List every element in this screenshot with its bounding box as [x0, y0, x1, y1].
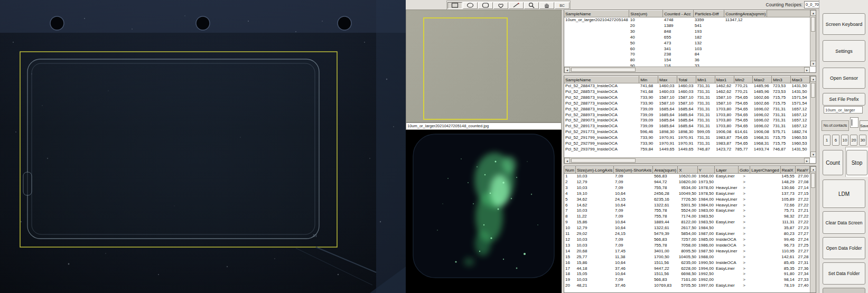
column-header[interactable]: Goto: [738, 167, 750, 174]
vertical-scrollbar[interactable]: ▲ ▼: [810, 10, 816, 67]
column-header[interactable]: LayerChanged: [750, 167, 780, 174]
table-row[interactable]: 710,037,09755,785524,001983,00EasyLiner>…: [564, 208, 810, 214]
table-row[interactable]: Pcl_52_293799_InsideOCA759,841449,651449…: [564, 147, 810, 153]
table-row[interactable]: Pcl_52_289073_InsideOCA739,091685,641685…: [564, 118, 810, 124]
table-row[interactable]: Pcl_52_288973_InsideOCA739,091685,641685…: [564, 112, 810, 118]
column-header[interactable]: Counted - Acc: [663, 11, 694, 17]
column-header[interactable]: Max1: [715, 77, 734, 83]
table-row[interactable]: 310,037,09755,789534,001978,00HeavyLiner…: [564, 185, 810, 191]
horizontal-scrollbar[interactable]: ◄ ►: [564, 157, 810, 163]
contacts-20-button[interactable]: 20: [850, 135, 857, 146]
set-data-folder-button[interactable]: Set Data Folder: [823, 262, 865, 285]
table-row[interactable]: Pcl_52_291799_InsideOCA733,901970,911970…: [564, 135, 810, 141]
rectangle-select-tool[interactable]: [447, 2, 462, 9]
table-row[interactable]: Pcl_52_291773_InsideOCA596,461898,301898…: [564, 129, 810, 135]
scrollbar-thumb[interactable]: [811, 17, 815, 32]
settings-button[interactable]: Settings: [823, 40, 865, 62]
table-row[interactable]: 1525,7711,381700,5010405,501988,00>142,6…: [564, 254, 810, 260]
open-sensor-button[interactable]: Open Sensor: [823, 68, 865, 89]
table-row[interactable]: 1310,037,09755,787058,001986,00InsideOCA…: [564, 243, 810, 249]
table-row[interactable]: 1210,037,09566,837257,001985,00InsideOCA…: [564, 237, 810, 243]
open-data-folder-button[interactable]: Open Data Folder: [823, 237, 865, 259]
column-header[interactable]: Area(squm): [653, 167, 678, 174]
table-row[interactable]: 1012,7910,641322,612617,501984,50>35,872…: [564, 225, 810, 231]
pan-hand-tool[interactable]: [539, 2, 554, 9]
live-camera-view[interactable]: [406, 10, 562, 122]
scroll-down-icon[interactable]: ▼: [810, 152, 816, 157]
column-header[interactable]: Max3: [791, 77, 810, 83]
table-row[interactable]: Pcl_52_289173_InsideOCA739,091685,641685…: [564, 124, 810, 129]
table-row[interactable]: Pcl_52_288573_InsideOCA741,681460,031460…: [564, 89, 810, 95]
screen-keyboard-button[interactable]: Screen Keyboard: [823, 13, 865, 35]
vertical-scrollbar[interactable]: ▲: [810, 166, 816, 292]
column-header[interactable]: Size(um)-ShortAxis: [614, 167, 653, 174]
table-row[interactable]: 534,6224,156235,167726,501984,00HeavyLin…: [564, 197, 810, 203]
table-row[interactable]: 614,6210,641322,615301,501984,00HeavyLin…: [564, 203, 810, 209]
table-row[interactable]: 10um_or_larger20210427205148104748335911…: [564, 17, 767, 23]
bc-tool[interactable]: BC: [555, 2, 570, 9]
table-row[interactable]: 50473132: [564, 41, 767, 46]
table-row[interactable]: 212,797,09944,7210820,001973,50>148,2927…: [564, 179, 810, 185]
column-header[interactable]: Min: [639, 77, 658, 83]
table-row[interactable]: 30848193: [564, 29, 767, 35]
scroll-up-icon[interactable]: ▲: [810, 166, 816, 172]
save-button[interactable]: Save: [860, 120, 868, 131]
vertical-scrollbar[interactable]: ▲ ▼: [810, 76, 816, 157]
table-row[interactable]: 1815,0510,641511,566698,501992,50>91,802…: [564, 271, 810, 277]
column-header[interactable]: SampleName: [564, 11, 629, 17]
column-header[interactable]: X: [678, 167, 697, 174]
table-row[interactable]: 110,037,09566,8310620,001968,00EasyLiner…: [564, 174, 810, 179]
file-prefix-input[interactable]: [824, 106, 863, 114]
table-row[interactable]: 7023884: [564, 52, 767, 58]
column-header[interactable]: Layer: [715, 167, 738, 174]
scroll-right-icon[interactable]: ►: [804, 158, 810, 164]
column-header[interactable]: Size(um)-LongAxis: [575, 167, 614, 174]
table-row[interactable]: Pcl_52_292799_InsideOCA733,901970,911970…: [564, 141, 810, 147]
column-header[interactable]: SampleName: [564, 77, 639, 83]
table-row[interactable]: 915,8610,641889,448122,001983,50EasyLine…: [564, 220, 810, 225]
scroll-left-icon[interactable]: ◄: [564, 158, 570, 164]
scroll-right-icon[interactable]: ►: [804, 67, 810, 73]
table-row[interactable]: 60341103: [564, 46, 767, 52]
scroll-down-icon[interactable]: ▼: [810, 61, 816, 67]
column-header[interactable]: Particles-Diff: [694, 11, 724, 17]
contacts-30-button[interactable]: 30: [859, 135, 866, 146]
column-header[interactable]: Min3: [772, 77, 791, 83]
count-button[interactable]: Count: [823, 150, 843, 175]
contacts-input[interactable]: [850, 117, 858, 128]
column-header[interactable]: Num: [564, 167, 575, 174]
table-row[interactable]: Pcl_52_288773_InsideOCA733,901587,101587…: [564, 101, 810, 107]
clear-data-screen-button[interactable]: Clear Data Screen: [823, 211, 865, 234]
column-header[interactable]: Max: [658, 77, 677, 83]
contacts-6-button[interactable]: 6: [832, 135, 839, 146]
scroll-up-icon[interactable]: ▲: [810, 76, 816, 82]
ldm-button[interactable]: LDM: [823, 179, 865, 208]
table-row[interactable]: 419,1010,642456,2810049,501978,50EasyLin…: [564, 191, 810, 197]
column-header[interactable]: CountingArea(sqmm): [724, 11, 767, 17]
freehand-select-tool[interactable]: [493, 2, 508, 9]
horizontal-scrollbar[interactable]: ◄ ►: [564, 67, 810, 72]
table-row[interactable]: 811,227,09755,787174,001983,50>98,3227,2…: [564, 214, 810, 220]
counted-particle-image[interactable]: [406, 130, 562, 293]
table-row[interactable]: 1615,8610,641511,566235,001990,50InsideO…: [564, 260, 810, 266]
scrollbar-thumb[interactable]: [811, 173, 815, 188]
column-header[interactable]: RealY: [796, 167, 810, 174]
ellipse-select-tool[interactable]: [463, 2, 478, 9]
column-header[interactable]: Max2: [753, 77, 772, 83]
column-header[interactable]: Total: [677, 77, 696, 83]
table-row[interactable]: 40655182: [564, 35, 767, 41]
magnifier-tool[interactable]: [524, 2, 539, 9]
table-row[interactable]: 8015436: [564, 58, 767, 63]
rounded-rect-select-tool[interactable]: [478, 2, 493, 9]
stop-button[interactable]: Stop: [846, 150, 867, 175]
table-row[interactable]: Pcl_52_288673_InsideOCA733,901587,101587…: [564, 95, 810, 101]
column-header[interactable]: Size(um): [629, 11, 663, 17]
scroll-left-icon[interactable]: ◄: [564, 67, 570, 73]
table-row[interactable]: Pcl_52_288873_InsideOCA739,091685,641685…: [564, 107, 810, 112]
column-header[interactable]: Y: [697, 167, 715, 174]
table-row[interactable]: 2048,2137,4610769,835705,501997,00EasyLi…: [564, 283, 810, 289]
contacts-1-button[interactable]: 1: [823, 135, 830, 146]
column-header[interactable]: Min2: [734, 77, 753, 83]
scroll-up-icon[interactable]: ▲: [810, 10, 816, 16]
table-row[interactable]: 201389541: [564, 23, 767, 29]
